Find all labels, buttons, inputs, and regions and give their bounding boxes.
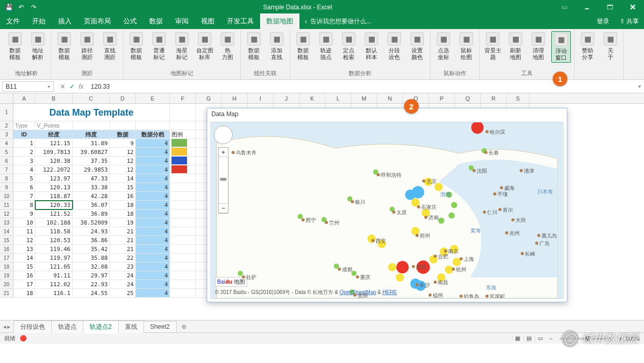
cell[interactable]: 91.11	[35, 271, 73, 280]
cell[interactable]	[170, 104, 196, 121]
ribbon-btn-热力图[interactable]: ▦热力图	[218, 31, 237, 62]
zoom-out-icon[interactable]: −	[219, 204, 228, 213]
cell[interactable]: 123.97	[35, 174, 73, 183]
close-icon[interactable]: 🗙	[621, 4, 644, 11]
cell[interactable]: 37.35	[73, 157, 110, 165]
cell[interactable]: 29.9853	[73, 165, 110, 174]
cell[interactable]: 119.97	[35, 254, 73, 262]
cell[interactable]: 29.97	[73, 271, 110, 280]
ribbon-btn-默认样本[interactable]: ▦默认样本	[362, 31, 381, 62]
zoom-in-icon[interactable]: +	[219, 148, 228, 157]
cell[interactable]: 112.02	[35, 280, 73, 289]
cell[interactable]: 11	[13, 227, 35, 236]
col-header-C[interactable]: C	[73, 93, 110, 103]
cell[interactable]: 10	[13, 218, 35, 227]
sheet-nav-last-icon[interactable]: ▸	[7, 323, 10, 330]
add-sheet-icon[interactable]: ⊕	[176, 322, 192, 332]
cell[interactable]	[73, 121, 110, 130]
formula-input[interactable]: 120.33	[88, 83, 635, 90]
cell[interactable]: 120.13	[35, 183, 73, 192]
cell[interactable]: 109.7813	[35, 148, 73, 157]
sheet-nav-first-icon[interactable]: ◂	[3, 323, 6, 330]
cell[interactable]: 121.05	[35, 262, 73, 271]
cell[interactable]: 7	[13, 192, 35, 201]
row-header[interactable]: 7	[0, 165, 13, 174]
cell[interactable]: 16	[110, 192, 136, 201]
ribbon-btn-直线测距[interactable]: ▦直线测距	[100, 31, 120, 62]
cell[interactable]: 118.87	[35, 192, 73, 201]
cell[interactable]: 4	[136, 183, 170, 192]
ribbon-btn-轨迹描点[interactable]: ▦轨迹描点	[316, 31, 336, 62]
cell[interactable]: 15	[13, 262, 35, 271]
cell[interactable]: 12	[110, 165, 136, 174]
cell[interactable]: 18	[13, 289, 35, 298]
sheet-tab-Sheet2[interactable]: Sheet2	[144, 321, 177, 332]
row-header[interactable]: 4	[0, 139, 13, 148]
cell[interactable]: 4	[136, 245, 170, 254]
maximize-icon[interactable]: 🗖	[598, 4, 621, 11]
cell[interactable]: 4	[13, 165, 35, 174]
ribbon-btn-普通标记[interactable]: ▦普通标记	[149, 31, 169, 62]
zoom-out-btn[interactable]: −	[546, 336, 555, 342]
col-header-M[interactable]: M	[351, 93, 377, 103]
row-header[interactable]: 1	[0, 104, 13, 121]
row-header[interactable]: 21	[0, 289, 13, 298]
cell[interactable]: 39.60827	[73, 148, 110, 157]
cell[interactable]: 14	[110, 174, 136, 183]
row-header[interactable]: 18	[0, 262, 13, 271]
select-all-corner[interactable]	[0, 93, 13, 103]
cell[interactable]	[170, 157, 196, 165]
cell[interactable]: 36.07	[73, 201, 110, 210]
row-header[interactable]: 13	[0, 218, 13, 227]
cell[interactable]: 38.52009	[73, 218, 110, 227]
row-header[interactable]: 20	[0, 280, 13, 289]
ribbon-btn-路径测距[interactable]: ▦路径测距	[77, 31, 97, 62]
sheet-tab-分段设色[interactable]: 分段设色	[13, 320, 52, 333]
tab-页面布局[interactable]: 页面布局	[78, 13, 117, 29]
col-header-K[interactable]: K	[299, 93, 325, 103]
cell[interactable]	[170, 139, 196, 148]
cell[interactable]: 120.53	[35, 236, 73, 245]
cell[interactable]	[170, 183, 196, 192]
cell[interactable]	[170, 289, 196, 298]
cell[interactable]: 4	[136, 201, 170, 210]
cell[interactable]	[170, 148, 196, 157]
cell[interactable]	[136, 121, 170, 130]
cell[interactable]: 24	[110, 280, 136, 289]
row-header[interactable]: 15	[0, 236, 13, 245]
ribbon-btn-关于[interactable]: ▦关于	[600, 31, 620, 62]
cell[interactable]	[170, 174, 196, 183]
tell-me-input[interactable]: ♀告诉我您想要做什么...	[299, 14, 376, 29]
col-header-H[interactable]: H	[222, 93, 248, 103]
map-canvas[interactable]: + − Baidu 地图 © 2017 Baidu - GS(2016)1069…	[210, 122, 564, 299]
cell[interactable]: 22.93	[73, 280, 110, 289]
cell[interactable]: 4	[136, 262, 170, 271]
tab-视图[interactable]: 视图	[195, 13, 221, 29]
cell[interactable]: Type	[13, 121, 35, 130]
cell[interactable]: 36.89	[73, 210, 110, 218]
ribbon-btn-添加直线[interactable]: ▦添加直线	[267, 31, 287, 62]
cell[interactable]: 119.46	[35, 245, 73, 254]
minimize-icon[interactable]: 🗕	[576, 4, 598, 11]
cell[interactable]: 9	[13, 210, 35, 218]
cell[interactable]: 24.55	[73, 289, 110, 298]
map-zoom-control[interactable]: + −	[218, 147, 228, 214]
col-header-R[interactable]: R	[481, 93, 507, 103]
row-header[interactable]: 11	[0, 201, 13, 210]
cell[interactable]	[170, 218, 196, 227]
cell[interactable]: 19	[110, 218, 136, 227]
cell[interactable]: 4	[136, 218, 170, 227]
sheet-tab-直线[interactable]: 直线	[118, 320, 144, 333]
cell[interactable]	[170, 192, 196, 201]
cell[interactable]: 21	[110, 227, 136, 236]
col-header-E[interactable]: E	[136, 93, 170, 103]
ribbon-btn-海星标记[interactable]: ▦海星标记	[172, 31, 192, 62]
col-header-A[interactable]: A	[13, 93, 35, 103]
ribbon-btn-数据模板[interactable]: ▦数据模板	[54, 31, 74, 62]
tab-审阅[interactable]: 审阅	[169, 13, 195, 29]
tab-文件[interactable]: 文件	[0, 13, 26, 29]
col-header-I[interactable]: I	[248, 93, 274, 103]
cell[interactable]: 数据	[110, 130, 136, 139]
cell[interactable]	[170, 201, 196, 210]
col-header-Q[interactable]: Q	[455, 93, 481, 103]
